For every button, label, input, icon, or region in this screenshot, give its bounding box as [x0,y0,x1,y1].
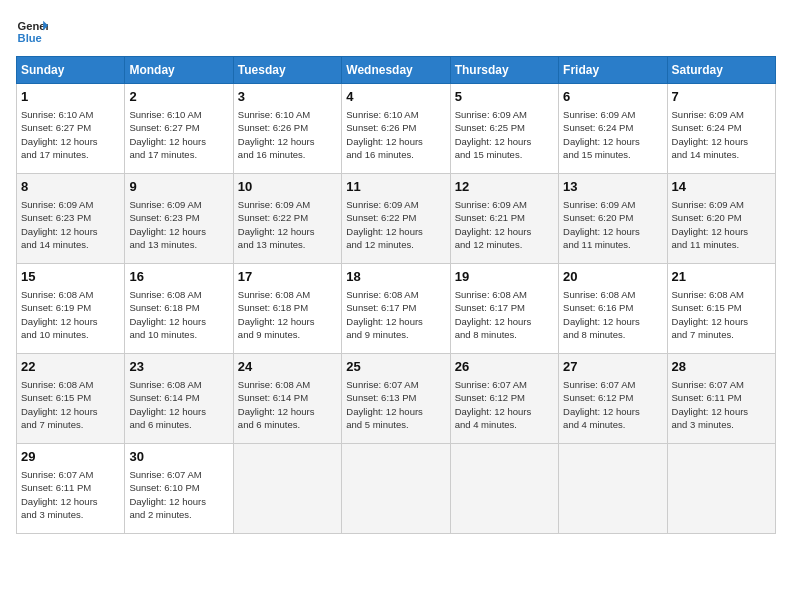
daylight-label: Daylight: 12 hours [346,406,423,417]
daylight-label: Daylight: 12 hours [238,136,315,147]
day-number: 23 [129,358,228,376]
sunrise-label: Sunrise: 6:09 AM [238,199,310,210]
calendar-cell: 22 Sunrise: 6:08 AM Sunset: 6:15 PM Dayl… [17,354,125,444]
day-number: 3 [238,88,337,106]
sunset-label: Sunset: 6:12 PM [455,392,525,403]
sunrise-label: Sunrise: 6:08 AM [129,289,201,300]
sunrise-label: Sunrise: 6:08 AM [21,289,93,300]
calendar-cell: 9 Sunrise: 6:09 AM Sunset: 6:23 PM Dayli… [125,174,233,264]
day-number: 22 [21,358,120,376]
sunrise-label: Sunrise: 6:10 AM [346,109,418,120]
daylight-label: Daylight: 12 hours [455,406,532,417]
daylight-label: Daylight: 12 hours [672,406,749,417]
sunset-label: Sunset: 6:11 PM [672,392,742,403]
daylight-label: Daylight: 12 hours [21,136,98,147]
sunset-label: Sunset: 6:27 PM [129,122,199,133]
calendar-cell: 15 Sunrise: 6:08 AM Sunset: 6:19 PM Dayl… [17,264,125,354]
calendar-cell: 13 Sunrise: 6:09 AM Sunset: 6:20 PM Dayl… [559,174,667,264]
calendar-cell: 16 Sunrise: 6:08 AM Sunset: 6:18 PM Dayl… [125,264,233,354]
sunrise-label: Sunrise: 6:09 AM [21,199,93,210]
sunrise-label: Sunrise: 6:08 AM [346,289,418,300]
calendar-cell: 5 Sunrise: 6:09 AM Sunset: 6:25 PM Dayli… [450,84,558,174]
sunset-label: Sunset: 6:24 PM [563,122,633,133]
sunset-label: Sunset: 6:15 PM [672,302,742,313]
daylight-label: Daylight: 12 hours [455,316,532,327]
calendar-cell: 20 Sunrise: 6:08 AM Sunset: 6:16 PM Dayl… [559,264,667,354]
sunrise-label: Sunrise: 6:09 AM [563,199,635,210]
sunrise-label: Sunrise: 6:08 AM [455,289,527,300]
calendar-cell: 23 Sunrise: 6:08 AM Sunset: 6:14 PM Dayl… [125,354,233,444]
sunset-label: Sunset: 6:11 PM [21,482,91,493]
logo-icon: General Blue [16,16,48,48]
daylight-minutes: and 12 minutes. [346,239,414,250]
sunset-label: Sunset: 6:21 PM [455,212,525,223]
daylight-minutes: and 15 minutes. [563,149,631,160]
sunset-label: Sunset: 6:12 PM [563,392,633,403]
sunrise-label: Sunrise: 6:08 AM [238,289,310,300]
daylight-minutes: and 4 minutes. [455,419,517,430]
daylight-label: Daylight: 12 hours [129,136,206,147]
calendar-cell [667,444,775,534]
sunset-label: Sunset: 6:16 PM [563,302,633,313]
daylight-minutes: and 6 minutes. [238,419,300,430]
day-header-thursday: Thursday [450,57,558,84]
sunrise-label: Sunrise: 6:08 AM [21,379,93,390]
daylight-minutes: and 16 minutes. [238,149,306,160]
day-number: 1 [21,88,120,106]
sunset-label: Sunset: 6:20 PM [672,212,742,223]
day-number: 29 [21,448,120,466]
daylight-label: Daylight: 12 hours [455,136,532,147]
calendar-cell: 7 Sunrise: 6:09 AM Sunset: 6:24 PM Dayli… [667,84,775,174]
calendar-cell [559,444,667,534]
sunset-label: Sunset: 6:15 PM [21,392,91,403]
sunrise-label: Sunrise: 6:08 AM [672,289,744,300]
daylight-minutes: and 13 minutes. [238,239,306,250]
daylight-label: Daylight: 12 hours [129,316,206,327]
daylight-minutes: and 17 minutes. [129,149,197,160]
day-number: 24 [238,358,337,376]
sunrise-label: Sunrise: 6:09 AM [455,199,527,210]
calendar-cell: 30 Sunrise: 6:07 AM Sunset: 6:10 PM Dayl… [125,444,233,534]
daylight-minutes: and 6 minutes. [129,419,191,430]
daylight-minutes: and 8 minutes. [563,329,625,340]
sunrise-label: Sunrise: 6:08 AM [129,379,201,390]
day-number: 16 [129,268,228,286]
daylight-minutes: and 14 minutes. [672,149,740,160]
day-number: 25 [346,358,445,376]
calendar-cell: 19 Sunrise: 6:08 AM Sunset: 6:17 PM Dayl… [450,264,558,354]
calendar-week-3: 15 Sunrise: 6:08 AM Sunset: 6:19 PM Dayl… [17,264,776,354]
daylight-label: Daylight: 12 hours [563,316,640,327]
day-number: 19 [455,268,554,286]
daylight-label: Daylight: 12 hours [672,226,749,237]
daylight-minutes: and 4 minutes. [563,419,625,430]
day-number: 26 [455,358,554,376]
day-number: 10 [238,178,337,196]
daylight-label: Daylight: 12 hours [346,136,423,147]
sunrise-label: Sunrise: 6:08 AM [238,379,310,390]
daylight-minutes: and 7 minutes. [672,329,734,340]
day-number: 21 [672,268,771,286]
daylight-minutes: and 3 minutes. [21,509,83,520]
calendar-cell: 1 Sunrise: 6:10 AM Sunset: 6:27 PM Dayli… [17,84,125,174]
sunset-label: Sunset: 6:24 PM [672,122,742,133]
page-header: General Blue [16,16,776,48]
daylight-minutes: and 14 minutes. [21,239,89,250]
daylight-minutes: and 11 minutes. [672,239,740,250]
calendar-cell [342,444,450,534]
sunset-label: Sunset: 6:14 PM [238,392,308,403]
daylight-minutes: and 17 minutes. [21,149,89,160]
sunrise-label: Sunrise: 6:07 AM [21,469,93,480]
daylight-label: Daylight: 12 hours [238,406,315,417]
day-header-saturday: Saturday [667,57,775,84]
calendar-cell: 2 Sunrise: 6:10 AM Sunset: 6:27 PM Dayli… [125,84,233,174]
day-number: 15 [21,268,120,286]
day-number: 18 [346,268,445,286]
daylight-label: Daylight: 12 hours [455,226,532,237]
daylight-label: Daylight: 12 hours [129,226,206,237]
day-number: 8 [21,178,120,196]
day-number: 28 [672,358,771,376]
daylight-label: Daylight: 12 hours [563,136,640,147]
calendar-cell: 18 Sunrise: 6:08 AM Sunset: 6:17 PM Dayl… [342,264,450,354]
sunrise-label: Sunrise: 6:09 AM [563,109,635,120]
day-header-wednesday: Wednesday [342,57,450,84]
